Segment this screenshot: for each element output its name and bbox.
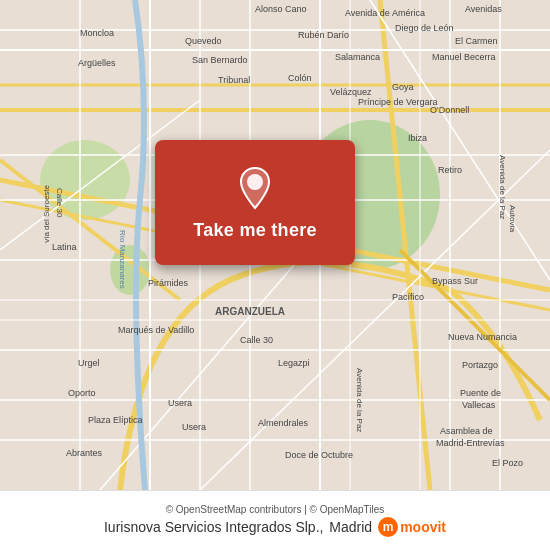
- moovit-icon: m: [378, 517, 398, 537]
- svg-point-34: [247, 174, 263, 190]
- take-me-there-button[interactable]: Take me there: [155, 140, 355, 265]
- svg-point-2: [40, 140, 130, 220]
- moovit-logo: m moovit: [378, 517, 446, 537]
- map-view: Alonso Cano Avenida de América Avenidas …: [0, 0, 550, 490]
- attribution-text: © OpenStreetMap contributors | © OpenMap…: [166, 504, 385, 515]
- place-name-row: Iurisnova Servicios Integrados Slp., Mad…: [104, 517, 446, 537]
- cta-label: Take me there: [193, 220, 317, 241]
- place-text: Iurisnova Servicios Integrados Slp., Mad…: [104, 519, 372, 535]
- bottom-bar: © OpenStreetMap contributors | © OpenMap…: [0, 490, 550, 550]
- city-text: Madrid: [329, 519, 372, 535]
- moovit-wordmark: moovit: [400, 519, 446, 535]
- place-name-text: Iurisnova Servicios Integrados Slp.,: [104, 519, 323, 535]
- location-pin-icon: [231, 164, 279, 212]
